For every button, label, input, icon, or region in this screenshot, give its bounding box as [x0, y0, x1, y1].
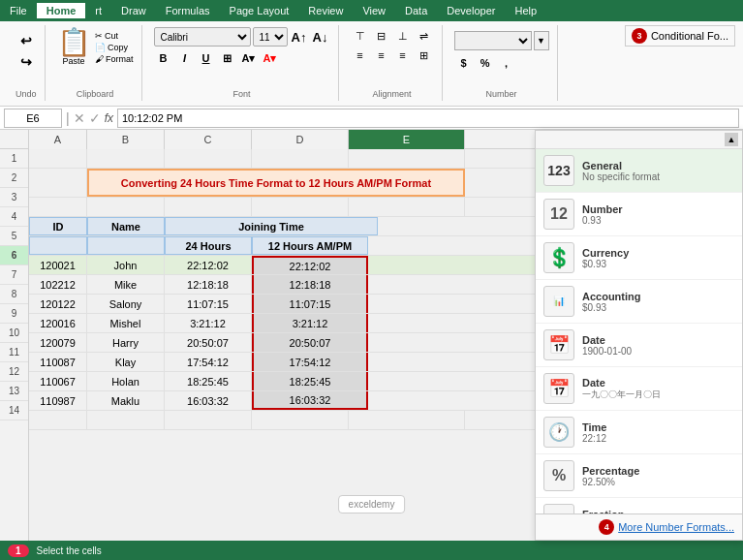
cell-d6[interactable]: 22:12:02: [252, 256, 368, 274]
cell-b3[interactable]: [87, 198, 165, 216]
format-painter-button[interactable]: 🖌 Format: [95, 54, 134, 64]
cell-d3[interactable]: [252, 198, 349, 216]
cell-b8[interactable]: Salony: [87, 295, 165, 313]
cell-c13[interactable]: 16:03:32: [165, 391, 252, 410]
comma-button[interactable]: ,: [497, 53, 516, 73]
format-item-date1[interactable]: 📅 Date 1900-01-00: [536, 324, 742, 367]
cell-a3[interactable]: [29, 198, 87, 216]
cell-b9[interactable]: Mishel: [87, 314, 165, 332]
h24-header[interactable]: 24 Hours: [165, 236, 252, 255]
menu-draw[interactable]: Draw: [111, 3, 156, 18]
cell-e3[interactable]: [349, 198, 465, 216]
cell-a5[interactable]: [29, 236, 87, 255]
cell-b12[interactable]: Holan: [87, 372, 165, 390]
formula-input[interactable]: [117, 109, 739, 128]
undo-button[interactable]: ↩: [16, 31, 36, 50]
formula-cross[interactable]: ✕: [74, 110, 85, 126]
menu-developer[interactable]: Developer: [437, 3, 505, 18]
font-name-select[interactable]: Calibri: [154, 27, 251, 47]
cell-e1[interactable]: [349, 149, 465, 168]
format-item-time[interactable]: 🕐 Time 22:12: [536, 411, 742, 454]
cell-b13[interactable]: Maklu: [87, 391, 165, 410]
cell-d8[interactable]: 11:07:15: [252, 295, 368, 313]
formula-check[interactable]: ✓: [89, 110, 101, 126]
cell-b14[interactable]: [87, 411, 165, 429]
underline-button[interactable]: U: [197, 48, 216, 68]
align-center-button[interactable]: ≡: [372, 47, 391, 64]
title-cell[interactable]: Converting 24 Hours Time Format to 12 Ho…: [87, 169, 465, 197]
cell-a14[interactable]: [29, 411, 87, 429]
currency-button[interactable]: $: [454, 53, 474, 73]
cell-c1[interactable]: [165, 149, 252, 168]
cell-c3[interactable]: [165, 198, 252, 216]
cell-b11[interactable]: Klay: [87, 353, 165, 371]
merge-button[interactable]: ⊞: [415, 47, 434, 64]
cell-a12[interactable]: 110067: [29, 372, 87, 390]
cell-a1[interactable]: [29, 149, 87, 168]
cell-a2[interactable]: [29, 169, 87, 197]
bold-button[interactable]: B: [154, 48, 173, 68]
cell-d12[interactable]: 18:25:45: [252, 372, 368, 390]
format-item-fraction[interactable]: ¹⁄₂ Fraction 1: [536, 498, 742, 513]
cell-a8[interactable]: 120122: [29, 295, 87, 313]
cell-d14[interactable]: [252, 411, 349, 429]
cell-a11[interactable]: 110087: [29, 353, 87, 371]
cell-e14[interactable]: [349, 411, 465, 429]
font-color-button[interactable]: A▾: [261, 48, 280, 68]
redo-button[interactable]: ↪: [16, 52, 36, 72]
cell-d9[interactable]: 3:21:12: [252, 314, 368, 332]
fill-color-button[interactable]: A▾: [239, 48, 259, 68]
format-item-accounting[interactable]: 📊 Accounting $0.93: [536, 280, 742, 324]
cell-c10[interactable]: 20:50:07: [165, 333, 252, 352]
joining-time-header[interactable]: Joining Time: [165, 217, 378, 235]
cell-a10[interactable]: 120079: [29, 333, 87, 352]
percent-button[interactable]: %: [476, 53, 495, 73]
menu-home[interactable]: Home: [37, 3, 86, 18]
cell-a4[interactable]: ID: [29, 217, 87, 235]
cell-a9[interactable]: 120016: [29, 314, 87, 332]
conditional-format-label[interactable]: Conditional Fo...: [651, 30, 728, 42]
cell-a7[interactable]: 102212: [29, 275, 87, 294]
cell-b7[interactable]: Mike: [87, 275, 165, 294]
number-format-select[interactable]: [454, 31, 532, 50]
cell-c6[interactable]: 22:12:02: [165, 256, 252, 274]
cell-c9[interactable]: 3:21:12: [165, 314, 252, 332]
cell-a13[interactable]: 110987: [29, 391, 87, 410]
number-format-dropdown-button[interactable]: ▼: [534, 31, 549, 50]
menu-art[interactable]: rt: [85, 3, 111, 18]
align-left-button[interactable]: ≡: [351, 47, 370, 64]
menu-review[interactable]: Review: [298, 3, 353, 18]
menu-page-layout[interactable]: Page Layout: [220, 3, 299, 18]
format-item-currency[interactable]: 💲 Currency $0.93: [536, 236, 742, 280]
cell-d7[interactable]: 12:18:18: [252, 275, 368, 294]
format-item-number[interactable]: 12 Number 0.93: [536, 193, 742, 236]
cell-b1[interactable]: [87, 149, 165, 168]
format-item-general[interactable]: 123 General No specific format: [536, 149, 742, 193]
cell-b5[interactable]: [87, 236, 165, 255]
cell-b6[interactable]: John: [87, 256, 165, 274]
cell-reference-input[interactable]: [4, 109, 62, 128]
cell-c11[interactable]: 17:54:12: [165, 353, 252, 371]
h12-header[interactable]: 12 Hours AM/PM: [252, 236, 368, 255]
cell-d11[interactable]: 17:54:12: [252, 353, 368, 371]
menu-file[interactable]: File: [0, 3, 37, 18]
menu-view[interactable]: View: [353, 3, 395, 18]
cell-d1[interactable]: [252, 149, 349, 168]
align-bottom-button[interactable]: ⊥: [393, 27, 413, 45]
menu-help[interactable]: Help: [505, 3, 546, 18]
decrease-font-button[interactable]: A↓: [311, 27, 330, 47]
dropdown-scroll-area[interactable]: 123 General No specific format 12 Number…: [536, 149, 742, 513]
cell-c12[interactable]: 18:25:45: [165, 372, 252, 390]
copy-button[interactable]: 📄 Copy: [95, 43, 134, 52]
cell-a6[interactable]: 120021: [29, 256, 87, 274]
format-item-percentage[interactable]: % Percentage 92.50%: [536, 454, 742, 498]
cell-d13[interactable]: 16:03:32: [252, 391, 368, 410]
font-size-select[interactable]: 11: [253, 27, 288, 47]
menu-data[interactable]: Data: [395, 3, 437, 18]
align-top-button[interactable]: ⊤: [351, 27, 370, 45]
align-middle-button[interactable]: ⊟: [372, 27, 391, 45]
cell-b10[interactable]: Harry: [87, 333, 165, 352]
menu-formulas[interactable]: Formulas: [156, 3, 220, 18]
italic-button[interactable]: I: [175, 48, 195, 68]
cell-c14[interactable]: [165, 411, 252, 429]
